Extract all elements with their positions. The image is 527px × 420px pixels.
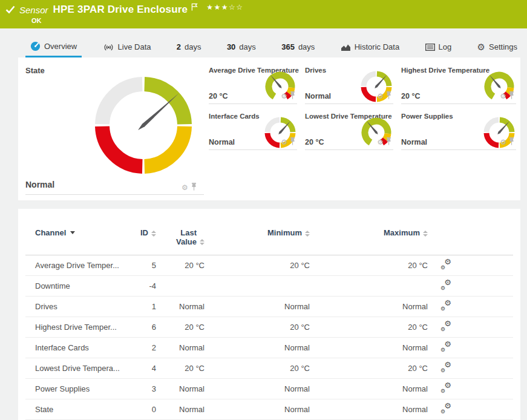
cell-channel[interactable]: Lowest Drive Tempera... (35, 364, 132, 373)
check-icon (5, 5, 15, 14)
sort-icon (305, 231, 310, 237)
column-header-channel[interactable]: Channel (35, 228, 132, 237)
channel-gauge-value: Normal (209, 138, 235, 146)
channel-settings-icon[interactable]: ⚙⚙ (440, 301, 451, 311)
priority-stars[interactable]: ★★★☆☆ (206, 3, 243, 11)
channel-settings-icon[interactable]: ⚙⚙ (440, 383, 451, 393)
channel-settings-icon[interactable]: ⚙⚙ (440, 321, 451, 332)
cell-maximum: 20 °C (310, 261, 428, 270)
cell-id: 6 (132, 323, 156, 332)
gear-icon: ⚙ (477, 42, 485, 51)
table-row[interactable]: Power Supplies 3 Normal Normal Normal ⚙⚙ (25, 379, 513, 399)
tab-overview[interactable]: Overview (25, 38, 82, 57)
table-row[interactable]: Average Drive Temper... 5 20 °C 20 °C 20… (25, 255, 513, 276)
pin-icon[interactable] (386, 91, 391, 102)
sort-desc-icon (70, 231, 75, 234)
table-row[interactable]: Highest Drive Temper... 6 20 °C 20 °C 20… (25, 317, 513, 338)
broadcast-icon (103, 43, 114, 51)
tab-2-days[interactable]: 2days (172, 39, 206, 57)
cell-last-value: Normal (156, 405, 205, 414)
channel-gauge-value: Normal (305, 92, 331, 100)
flag-icon[interactable] (191, 3, 198, 11)
tab-live-data[interactable]: Live Data (98, 39, 156, 57)
cell-maximum: 20 °C (310, 323, 428, 332)
column-header-maximum[interactable]: Maximum (310, 228, 428, 237)
main-gauge-value: Normal (25, 180, 54, 189)
tab-historic-data[interactable]: Historic Data (336, 39, 404, 57)
channel-gauge-value: 20 °C (209, 92, 227, 100)
cell-channel[interactable]: Drives (35, 302, 132, 311)
gauge-tile: Lowest Drive Temperature 20 °C ⚙ (305, 111, 393, 150)
gauge-tiles: Average Drive Temperature 20 °C ⚙ Drives… (209, 65, 516, 150)
column-header-id[interactable]: ID (132, 228, 156, 237)
channel-settings-icon[interactable]: ⚙⚙ (440, 342, 451, 352)
cell-channel[interactable]: Average Drive Temper... (35, 261, 132, 270)
gauge-icon (30, 41, 41, 51)
cell-channel[interactable]: Power Supplies (35, 384, 132, 393)
table-row[interactable]: Downtime -4 ⚙⚙ (25, 276, 513, 297)
column-header-minimum[interactable]: Minimum (205, 228, 310, 237)
cell-minimum: 20 °C (205, 364, 310, 373)
cell-minimum: Normal (205, 343, 310, 352)
sort-icon (151, 231, 156, 237)
channel-settings-icon[interactable]: ⚙⚙ (440, 363, 451, 373)
table-row[interactable]: Drives 1 Normal Normal Normal ⚙⚙ (25, 297, 513, 317)
channel-gauge-value: 20 °C (401, 92, 420, 100)
channel-settings-icon[interactable]: ⚙⚙ (440, 280, 451, 290)
cell-channel[interactable]: Downtime (35, 281, 132, 290)
cell-channel[interactable]: State (35, 405, 132, 414)
cell-minimum: Normal (205, 405, 310, 414)
cell-last-value: 20 °C (156, 261, 205, 270)
cell-maximum: Normal (310, 384, 428, 393)
pin-icon[interactable] (509, 91, 514, 102)
cell-minimum: 20 °C (205, 261, 310, 270)
gear-icon[interactable]: ⚙ (281, 93, 287, 100)
main-gauge-label: State (25, 66, 45, 75)
divider (25, 194, 204, 195)
tab-log[interactable]: Log (421, 39, 457, 57)
channel-settings-icon[interactable]: ⚙⚙ (440, 260, 451, 270)
table-row[interactable]: State 0 Normal Normal Normal ⚙⚙ (25, 399, 513, 420)
tab-365-days[interactable]: 365days (277, 39, 319, 57)
object-kind-label: Sensor (19, 5, 48, 15)
cell-minimum: Normal (205, 384, 310, 393)
channel-gauge-value: Normal (401, 138, 427, 146)
gear-icon[interactable]: ⚙ (500, 93, 506, 100)
sort-icon (200, 239, 205, 245)
gear-icon[interactable]: ⚙ (182, 184, 188, 191)
pin-icon[interactable] (509, 137, 514, 148)
state-gauge (92, 74, 195, 179)
channel-gauge-value: 20 °C (305, 138, 324, 146)
table-row[interactable]: Lowest Drive Tempera... 4 20 °C 20 °C 20… (25, 358, 513, 379)
cell-last-value: 20 °C (156, 323, 205, 332)
cell-id: 5 (132, 261, 156, 270)
cell-last-value: Normal (156, 343, 205, 352)
cell-channel[interactable]: Highest Drive Temper... (35, 323, 132, 332)
cell-last-value: Normal (156, 302, 205, 311)
page-title: HPE 3PAR Drive Enclosure (53, 4, 188, 16)
pin-icon[interactable] (386, 137, 391, 148)
tab-settings[interactable]: ⚙Settings (473, 39, 522, 57)
gear-icon[interactable]: ⚙ (281, 139, 287, 146)
sensor-header: Sensor HPE 3PAR Drive Enclosure ★★★☆☆ OK (0, 0, 527, 28)
table-row[interactable]: Interface Cards 2 Normal Normal Normal ⚙… (25, 338, 513, 358)
cell-maximum: 20 °C (310, 364, 428, 373)
log-icon (425, 44, 435, 51)
cell-maximum: Normal (310, 343, 428, 352)
tab-30-days[interactable]: 30days (222, 39, 261, 57)
cell-minimum: 20 °C (205, 323, 310, 332)
main-gauge-actions: ⚙ (182, 182, 197, 193)
pin-icon[interactable] (290, 137, 295, 148)
cell-maximum: Normal (310, 405, 428, 414)
pin-icon[interactable] (191, 182, 197, 193)
pin-icon[interactable] (290, 91, 295, 102)
table-body: Average Drive Temper... 5 20 °C 20 °C 20… (25, 255, 513, 420)
gear-icon[interactable]: ⚙ (500, 139, 506, 146)
column-header-last-value[interactable]: Last Value (156, 228, 205, 246)
gear-icon[interactable]: ⚙ (377, 139, 384, 146)
gear-icon[interactable]: ⚙ (377, 93, 384, 100)
channel-settings-icon[interactable]: ⚙⚙ (440, 404, 451, 414)
cell-channel[interactable]: Interface Cards (35, 343, 132, 352)
gauge-tile: Interface Cards Normal ⚙ (209, 111, 297, 150)
gauge-tile: Power Supplies Normal ⚙ (401, 111, 516, 150)
